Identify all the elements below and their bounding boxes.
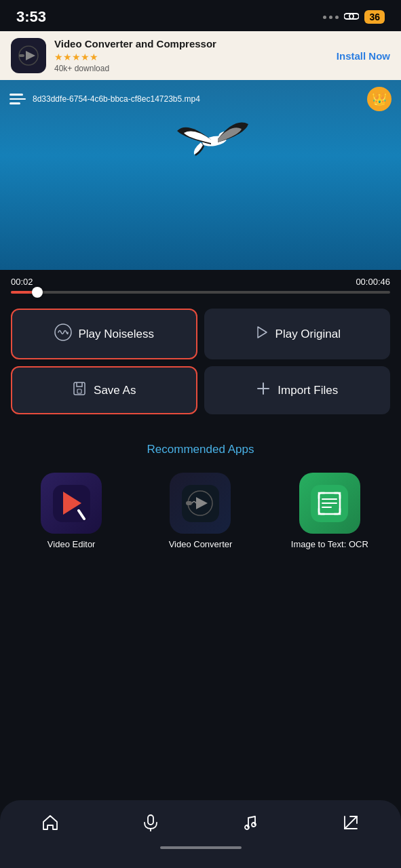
battery-indicator: 36 xyxy=(364,10,385,24)
progress-bar[interactable] xyxy=(11,291,390,294)
app-label-video-editor: Video Editor xyxy=(47,539,96,551)
nav-items xyxy=(0,808,401,841)
recommended-section: Recommended Apps Video Editor xyxy=(0,422,401,564)
app-item-ocr[interactable]: Image to Text: OCR xyxy=(269,473,390,551)
import-files-label: Import Files xyxy=(278,384,338,397)
ad-stars: ★★★★★ xyxy=(54,52,328,62)
app-item-video-editor[interactable]: Video Editor xyxy=(11,473,132,551)
app-icon-video-converter xyxy=(170,473,231,534)
svg-rect-10 xyxy=(77,389,81,393)
home-indicator xyxy=(160,846,242,849)
microphone-icon xyxy=(142,814,159,835)
svg-point-7 xyxy=(55,324,71,340)
nav-item-export[interactable] xyxy=(328,808,373,841)
signal-dots-icon xyxy=(323,16,339,19)
export-icon xyxy=(342,814,360,835)
ad-title: Video Converter and Compressor xyxy=(54,38,328,50)
play-icon xyxy=(254,325,269,343)
app-icon-video-editor xyxy=(41,473,102,534)
svg-rect-9 xyxy=(74,382,85,395)
plus-icon xyxy=(256,381,271,399)
music-note-icon xyxy=(242,814,259,835)
progress-area: 00:02 00:00:46 xyxy=(0,270,401,300)
current-time: 00:02 xyxy=(11,277,33,287)
play-original-button[interactable]: Play Original xyxy=(204,309,391,359)
svg-rect-29 xyxy=(254,822,255,825)
save-as-button[interactable]: Save As xyxy=(11,366,197,414)
status-icons: 36 xyxy=(323,10,385,24)
import-files-button[interactable]: Import Files xyxy=(204,366,391,414)
video-header: 8d33ddfe-6754-4c6b-bbca-cf8ec14723b5.mp4… xyxy=(0,80,401,118)
install-now-button[interactable]: Install Now xyxy=(337,50,390,62)
video-content xyxy=(160,114,296,205)
nav-item-home[interactable] xyxy=(28,808,73,841)
app-icon-ocr xyxy=(299,473,360,534)
svg-rect-19 xyxy=(186,501,192,505)
bottom-nav xyxy=(0,800,401,868)
link-icon xyxy=(344,10,359,24)
app-item-video-converter[interactable]: Video Converter xyxy=(140,473,261,551)
save-icon xyxy=(72,381,87,399)
action-buttons: Play Noiseless Play Original Save As Imp… xyxy=(0,300,401,422)
noise-wave-icon xyxy=(54,323,72,344)
svg-rect-30 xyxy=(247,825,248,827)
menu-icon[interactable] xyxy=(9,94,26,104)
time-labels: 00:02 00:00:46 xyxy=(11,277,390,287)
ad-downloads: 40k+ download xyxy=(54,64,328,73)
apps-grid: Video Editor Video Converter xyxy=(11,473,390,551)
play-noiseless-label: Play Noiseless xyxy=(79,328,155,341)
svg-rect-3 xyxy=(19,54,24,57)
status-time: 3:53 xyxy=(16,8,46,26)
nav-item-music[interactable] xyxy=(228,808,273,841)
save-as-label: Save As xyxy=(94,384,136,397)
ad-info: Video Converter and Compressor ★★★★★ 40k… xyxy=(54,38,328,73)
premium-crown-button[interactable]: 👑 xyxy=(367,87,392,111)
recommended-title: Recommended Apps xyxy=(11,443,390,456)
home-icon xyxy=(41,814,59,835)
video-filename: 8d33ddfe-6754-4c6b-bbca-cf8ec14723b5.mp4 xyxy=(33,94,360,104)
svg-rect-25 xyxy=(148,815,153,825)
total-time: 00:00:46 xyxy=(356,277,390,287)
app-label-video-converter: Video Converter xyxy=(169,539,233,551)
nav-item-mic[interactable] xyxy=(128,808,173,841)
video-player: 8d33ddfe-6754-4c6b-bbca-cf8ec14723b5.mp4… xyxy=(0,80,401,270)
play-original-label: Play Original xyxy=(275,328,341,341)
progress-thumb[interactable] xyxy=(32,287,43,298)
app-label-ocr: Image to Text: OCR xyxy=(291,539,368,551)
ad-banner: Video Converter and Compressor ★★★★★ 40k… xyxy=(0,31,401,80)
status-bar: 3:53 36 xyxy=(0,0,401,31)
ad-app-icon xyxy=(11,38,46,73)
svg-marker-8 xyxy=(258,327,267,338)
play-noiseless-button[interactable]: Play Noiseless xyxy=(11,309,197,359)
